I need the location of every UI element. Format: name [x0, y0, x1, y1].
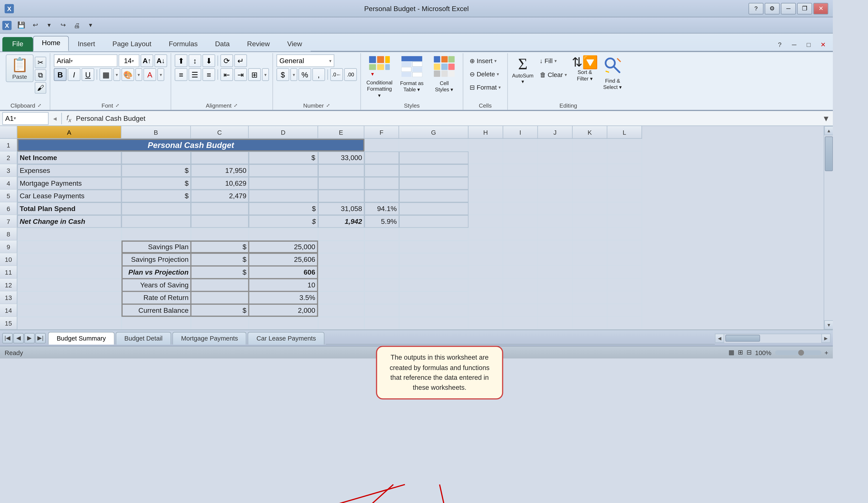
- font-expand-icon[interactable]: ⤢: [115, 103, 120, 108]
- cell-e10[interactable]: [318, 253, 364, 266]
- font-grow-button[interactable]: A↑: [141, 54, 153, 67]
- cell-k12[interactable]: [573, 279, 607, 292]
- cell-e7[interactable]: 1,942: [318, 216, 364, 228]
- merge-dd[interactable]: ▾: [262, 68, 269, 81]
- redo-button[interactable]: ↪: [56, 19, 70, 32]
- cell-d12[interactable]: 10: [249, 279, 318, 292]
- paste-button[interactable]: 📋 Paste: [6, 54, 34, 82]
- cell-g5[interactable]: [399, 190, 468, 202]
- fill-dd[interactable]: ▾: [135, 68, 142, 81]
- sheet-tab-mortgage-payments[interactable]: Mortgage Payments: [172, 332, 247, 345]
- print-button[interactable]: 🖨: [71, 19, 83, 32]
- cell-e11[interactable]: [318, 266, 364, 279]
- cell-l6[interactable]: [607, 202, 642, 216]
- cell-k15[interactable]: [573, 317, 607, 330]
- cell-d13[interactable]: 3.5%: [249, 292, 318, 304]
- cell-c5[interactable]: 2,479: [191, 190, 249, 202]
- cell-a3[interactable]: Expenses: [17, 165, 122, 177]
- name-box[interactable]: A1 ▾: [2, 112, 49, 125]
- align-center-button[interactable]: ☰: [188, 68, 202, 81]
- vertical-scrollbar[interactable]: ▲ ▼: [824, 126, 833, 330]
- col-header-g[interactable]: G: [399, 126, 468, 139]
- cell-b11[interactable]: Plan vs Projection: [122, 266, 191, 279]
- tab-review[interactable]: Review: [238, 37, 279, 52]
- horizontal-scrollbar[interactable]: ◀ ▶: [715, 334, 831, 343]
- cell-i8[interactable]: [503, 228, 538, 241]
- col-header-l[interactable]: L: [607, 126, 642, 139]
- cell-g8[interactable]: [399, 228, 468, 241]
- cell-i5[interactable]: [503, 190, 538, 202]
- zoom-slider[interactable]: [775, 350, 821, 355]
- cell-k1[interactable]: [573, 139, 607, 152]
- cell-j8[interactable]: [538, 228, 573, 241]
- cell-g1[interactable]: [399, 139, 468, 152]
- cell-f13[interactable]: [364, 292, 399, 304]
- cell-c2[interactable]: [191, 151, 249, 165]
- cell-c15[interactable]: [191, 317, 249, 330]
- page-layout-view-button[interactable]: ⊞: [738, 349, 743, 356]
- cell-b3[interactable]: $: [122, 165, 191, 177]
- cell-b7[interactable]: [122, 216, 191, 228]
- cell-styles-button[interactable]: CellStyles ▾: [429, 54, 459, 95]
- italic-button[interactable]: I: [68, 68, 81, 81]
- ribbon-help-icon[interactable]: ?: [773, 38, 786, 51]
- cell-b8[interactable]: [122, 228, 191, 241]
- merge-center-button[interactable]: ⊞: [248, 68, 261, 81]
- cell-h2[interactable]: [468, 151, 503, 165]
- tab-insert[interactable]: Insert: [69, 37, 104, 52]
- cell-j9[interactable]: [538, 241, 573, 253]
- cell-e5[interactable]: [318, 190, 364, 202]
- align-top-button[interactable]: ⬆: [175, 54, 187, 67]
- decrease-decimal-button[interactable]: .0←: [330, 68, 343, 81]
- sheet-next-btn[interactable]: ▶: [24, 333, 35, 343]
- cell-c13[interactable]: [191, 292, 249, 304]
- cell-h7[interactable]: [468, 216, 503, 228]
- cell-i15[interactable]: [503, 317, 538, 330]
- cell-i2[interactable]: [503, 151, 538, 165]
- cell-a6[interactable]: Total Plan Spend: [17, 202, 122, 216]
- row-num-8[interactable]: 8: [0, 228, 17, 241]
- align-left-button[interactable]: ≡: [175, 68, 187, 81]
- cell-d2[interactable]: $: [249, 151, 318, 165]
- cell-g12[interactable]: [399, 279, 468, 292]
- cell-c7[interactable]: [191, 216, 249, 228]
- cell-g10[interactable]: [399, 253, 468, 266]
- copy-button[interactable]: ⧉: [35, 70, 46, 81]
- cell-i1[interactable]: [503, 139, 538, 152]
- accounting-button[interactable]: $: [277, 68, 289, 81]
- cell-a10[interactable]: [17, 253, 122, 266]
- cell-h8[interactable]: [468, 228, 503, 241]
- number-format-dropdown[interactable]: General ▾: [277, 54, 334, 67]
- cell-l2[interactable]: [607, 151, 642, 165]
- text-direction-button[interactable]: ⟳: [220, 54, 233, 67]
- scroll-right-button[interactable]: ▶: [822, 334, 831, 343]
- cell-f6[interactable]: 94.1%: [364, 202, 399, 216]
- cell-j13[interactable]: [538, 292, 573, 304]
- clear-button[interactable]: 🗑 Clear ▾: [537, 68, 570, 81]
- cell-f11[interactable]: [364, 266, 399, 279]
- cell-e3[interactable]: [318, 165, 364, 177]
- cell-e6[interactable]: 31,058: [318, 202, 364, 216]
- cell-b14[interactable]: Current Balance: [122, 304, 191, 317]
- scroll-v-track[interactable]: [824, 136, 833, 321]
- scroll-h-track[interactable]: [724, 334, 822, 343]
- cell-i13[interactable]: [503, 292, 538, 304]
- cell-k9[interactable]: [573, 241, 607, 253]
- cell-k4[interactable]: [573, 177, 607, 190]
- restore-btn[interactable]: ❐: [797, 3, 812, 14]
- cell-d8[interactable]: [249, 228, 318, 241]
- sort-filter-button[interactable]: ⇅🔽 Sort &Filter ▾: [572, 54, 598, 84]
- scroll-h-thumb[interactable]: [725, 335, 760, 342]
- cell-l9[interactable]: [607, 241, 642, 253]
- cell-k2[interactable]: [573, 151, 607, 165]
- cell-c11[interactable]: $: [191, 266, 249, 279]
- tab-file[interactable]: File: [2, 37, 33, 52]
- cell-a13[interactable]: [17, 292, 122, 304]
- row-num-10[interactable]: 10: [0, 253, 17, 266]
- cell-e14[interactable]: [318, 304, 364, 317]
- row-num-15[interactable]: 15: [0, 317, 17, 330]
- cell-c14[interactable]: $: [191, 304, 249, 317]
- cell-c12[interactable]: [191, 279, 249, 292]
- cell-h14[interactable]: [468, 304, 503, 317]
- cell-h12[interactable]: [468, 279, 503, 292]
